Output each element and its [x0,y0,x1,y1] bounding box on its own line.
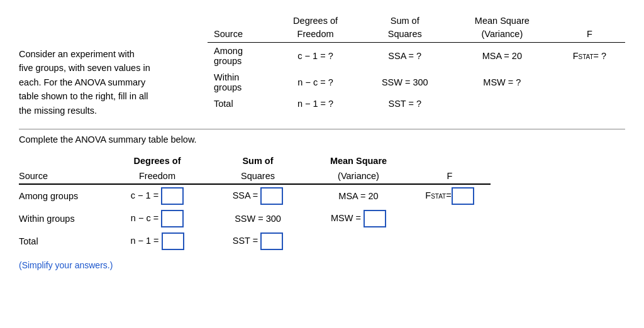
top-ms-among: MSA = 20 [450,43,554,70]
bot-th-ms-top: Mean Square [308,153,409,168]
bot-f-within [409,207,491,230]
top-row-within: Withingroups n − c = ? SSW = 300 MSW = ? [208,69,625,96]
instruction-text: Complete the ANOVA summary table below. [19,134,625,145]
input-fstat[interactable] [452,187,474,205]
top-source-within: Withingroups [208,69,272,96]
section-divider [19,129,625,129]
bot-df-among: c − 1 = [107,184,208,207]
bot-source-among: Among groups [19,184,107,207]
bot-f-total [409,230,491,253]
input-df-within[interactable] [161,210,184,227]
top-th-ss: Squares [360,26,450,43]
top-ss-total: SST = ? [360,96,450,112]
top-ss-within: SSW = 300 [360,69,450,96]
bot-th-source-spacer [19,153,107,168]
input-msw[interactable] [364,210,386,227]
bot-th-df-top: Degrees of [107,153,208,168]
top-th-ms: (Variance) [450,26,554,43]
bot-ss-within: SSW = 300 [208,207,308,230]
bot-ms-among: MSA = 20 [308,184,409,207]
bot-source-total: Total [19,230,107,253]
bot-th-ms: (Variance) [308,168,409,184]
top-th-ms-top: Mean Square [450,13,554,26]
input-sst[interactable] [260,232,283,250]
top-th-source-spacer [208,13,272,26]
problem-line5: the missing results. [19,106,97,116]
bot-source-within: Within groups [19,207,107,230]
bot-th-source: Source [19,168,107,184]
bot-ms-total [308,230,409,253]
bot-ss-total: SST = [208,230,308,253]
bot-row-among: Among groups c − 1 = SSA = MSA = 20 FSTA… [19,184,491,207]
top-th-df: Freedom [272,26,360,43]
top-f-among: FSTAT = ? [554,43,625,70]
bot-th-f: F [409,168,491,184]
top-ss-among: SSA = ? [360,43,450,70]
bot-ms-within: MSW = [308,207,409,230]
top-row-among: Amonggroups c − 1 = ? SSA = ? MSA = 20 F… [208,43,625,70]
top-source-among: Amonggroups [208,43,272,70]
top-th-f: F [554,26,625,43]
bot-row-total: Total n − 1 = SST = [19,230,491,253]
top-f-within [554,69,625,96]
top-source-total: Total [208,96,272,112]
top-th-ss-top: Sum of [360,13,450,26]
bot-df-within: n − c = [107,207,208,230]
bot-th-ss: Squares [208,168,308,184]
bottom-anova-table: Degrees of Sum of Mean Square Source Fre… [19,153,491,253]
top-th-source: Source [208,26,272,43]
simplify-note: (Simplify your answers.) [19,260,625,270]
problem-text: Consider an experiment with five groups,… [19,13,208,118]
bot-f-among: FSTAT = [409,184,491,207]
bottom-table-container: Degrees of Sum of Mean Square Source Fre… [19,153,625,253]
bot-row-within: Within groups n − c = SSW = 300 MSW = [19,207,491,230]
input-ssa[interactable] [260,187,283,205]
top-df-total: n − 1 = ? [272,96,360,112]
top-df-among: c − 1 = ? [272,43,360,70]
top-anova-table: Degrees of Sum of Mean Square Source Fre… [208,13,625,112]
top-th-df-top: Degrees of [272,13,360,26]
bot-th-f-spacer [409,153,491,168]
top-table-container: Degrees of Sum of Mean Square Source Fre… [208,13,625,118]
input-df-total[interactable] [162,232,184,250]
problem-line3: each. For the ANOVA summary [19,77,145,87]
bot-th-ss-top: Sum of [208,153,308,168]
problem-line4: table shown to the right, fill in all [19,91,148,101]
bot-df-total: n − 1 = [107,230,208,253]
input-df-among[interactable] [161,187,184,205]
top-th-f-spacer [554,13,625,26]
top-row-total: Total n − 1 = ? SST = ? [208,96,625,112]
problem-line2: five groups, with seven values in [19,63,150,73]
top-ms-within: MSW = ? [450,69,554,96]
bot-ss-among: SSA = [208,184,308,207]
top-df-within: n − c = ? [272,69,360,96]
top-f-total [554,96,625,112]
top-ms-total [450,96,554,112]
problem-line1: Consider an experiment with [19,49,135,59]
bot-th-df: Freedom [107,168,208,184]
